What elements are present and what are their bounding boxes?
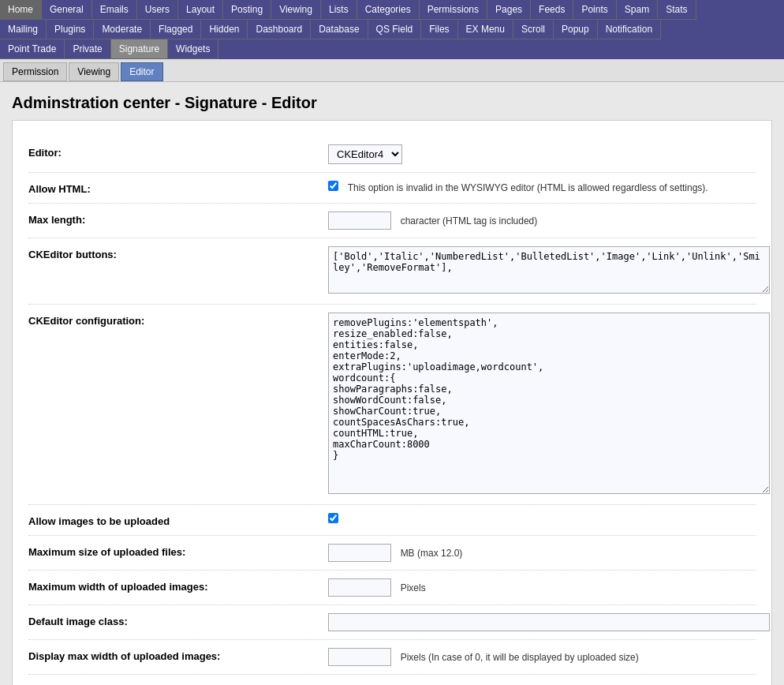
nav-item-popup[interactable]: Popup — [554, 20, 598, 39]
max-width-control: 600 Pixels — [328, 578, 756, 597]
nav-item-general[interactable]: General — [42, 0, 92, 20]
default-class-label: Default image class: — [28, 613, 328, 627]
nav-item-feeds[interactable]: Feeds — [531, 0, 573, 20]
button-row: Save Changes Reset to Defaults — [28, 675, 756, 685]
nav-item-lists[interactable]: Lists — [321, 0, 357, 20]
nav-item-files[interactable]: Files — [421, 20, 457, 39]
nav-item-emails[interactable]: Emails — [92, 0, 137, 20]
max-length-note: character (HTML tag is included) — [401, 215, 538, 226]
ckeditor-buttons-row: CKEditor buttons: ['Bold','Italic','Numb… — [28, 238, 756, 305]
allow-html-note: This option is invalid in the WYSIWYG ed… — [348, 182, 708, 193]
max-size-row: Maximum size of uploaded files: 0.5 MB (… — [28, 536, 756, 571]
allow-html-row: Allow HTML: This option is invalid in th… — [28, 173, 756, 204]
max-size-note: MB (max 12.0) — [401, 548, 463, 559]
max-length-label: Max length: — [28, 211, 328, 226]
ckeditor-config-row: CKEditor configuration: removePlugins:'e… — [28, 305, 756, 505]
nav-row-2: MailingPluginsModerateFlaggedHiddenDashb… — [0, 20, 784, 39]
content-box: Editor: CKEditor4 CKEditor5 Basic Allow … — [12, 120, 772, 685]
editor-row: Editor: CKEditor4 CKEditor5 Basic — [28, 137, 756, 173]
ckeditor-buttons-label: CKEditor buttons: — [28, 246, 328, 260]
nav-item-signature[interactable]: Signature — [111, 39, 168, 59]
nav-item-moderate[interactable]: Moderate — [94, 20, 151, 39]
sub-tab-nav: PermissionViewingEditor — [0, 59, 784, 82]
max-width-note: Pixels — [401, 582, 426, 593]
display-max-width-note: Pixels (In case of 0, it will be display… — [401, 652, 639, 663]
nav-item-spam[interactable]: Spam — [617, 0, 658, 20]
nav-item-ex-menu[interactable]: EX Menu — [458, 20, 513, 39]
default-class-control: responsive — [328, 613, 770, 631]
allow-images-control — [328, 513, 756, 526]
nav-item-plugins[interactable]: Plugins — [47, 20, 94, 39]
tab-permission[interactable]: Permission — [3, 62, 67, 81]
ckeditor-config-textarea[interactable]: removePlugins:'elementspath', resize_ena… — [328, 313, 770, 494]
default-class-row: Default image class: responsive — [28, 605, 756, 640]
editor-control: CKEditor4 CKEditor5 Basic — [328, 144, 756, 164]
page-title: Adminstration center - Signature - Edito… — [0, 82, 784, 120]
nav-item-posting[interactable]: Posting — [223, 0, 271, 20]
display-max-width-control: 600 Pixels (In case of 0, it will be dis… — [328, 648, 756, 666]
nav-item-flagged[interactable]: Flagged — [151, 20, 201, 39]
max-length-input[interactable]: 1000 — [328, 211, 391, 230]
nav-item-viewing[interactable]: Viewing — [271, 0, 321, 20]
allow-html-checkbox[interactable] — [328, 181, 338, 191]
allow-html-label: Allow HTML: — [28, 181, 328, 195]
max-length-control: 1000 character (HTML tag is included) — [328, 211, 756, 230]
nav-item-database[interactable]: Database — [311, 20, 368, 39]
allow-images-label: Allow images to be uploaded — [28, 513, 328, 527]
ckeditor-buttons-control: ['Bold','Italic','NumberedList','Bullete… — [328, 246, 770, 296]
default-class-input[interactable]: responsive — [328, 613, 770, 631]
editor-select[interactable]: CKEditor4 CKEditor5 Basic — [328, 144, 402, 164]
ckeditor-buttons-textarea[interactable]: ['Bold','Italic','NumberedList','Bullete… — [328, 246, 770, 294]
nav-item-points[interactable]: Points — [573, 0, 616, 20]
nav-item-private[interactable]: Private — [65, 39, 110, 59]
nav-item-point-trade[interactable]: Point Trade — [0, 39, 65, 59]
nav-item-notification[interactable]: Notification — [598, 20, 661, 39]
tab-nav: PermissionViewingEditor — [0, 59, 784, 82]
tab-viewing[interactable]: Viewing — [69, 62, 119, 81]
display-max-width-label: Display max width of uploaded images: — [28, 648, 328, 662]
nav-item-pages[interactable]: Pages — [487, 0, 531, 20]
main-nav: HomeGeneralEmailsUsersLayoutPostingViewi… — [0, 0, 784, 59]
max-size-input[interactable]: 0.5 — [328, 544, 391, 562]
max-width-label: Maximum width of uploaded images: — [28, 578, 328, 593]
nav-item-home[interactable]: Home — [0, 0, 42, 20]
nav-item-mailing[interactable]: Mailing — [0, 20, 47, 39]
max-size-label: Maximum size of uploaded files: — [28, 544, 328, 558]
max-width-row: Maximum width of uploaded images: 600 Pi… — [28, 571, 756, 605]
allow-images-row: Allow images to be uploaded — [28, 505, 756, 536]
nav-item-widgets[interactable]: Widgets — [168, 39, 218, 59]
tab-editor[interactable]: Editor — [121, 62, 162, 81]
ckeditor-config-label: CKEditor configuration: — [28, 313, 328, 327]
nav-item-hidden[interactable]: Hidden — [201, 20, 248, 39]
nav-row-3: Point TradePrivateSignatureWidgets — [0, 39, 784, 59]
nav-item-layout[interactable]: Layout — [178, 0, 223, 20]
editor-label: Editor: — [28, 144, 328, 159]
display-max-width-input[interactable]: 600 — [328, 648, 391, 666]
nav-item-stats[interactable]: Stats — [658, 0, 696, 20]
ckeditor-config-control: removePlugins:'elementspath', resize_ena… — [328, 313, 770, 496]
max-width-input[interactable]: 600 — [328, 578, 391, 597]
allow-html-control: This option is invalid in the WYSIWYG ed… — [328, 181, 756, 193]
nav-item-scroll[interactable]: Scroll — [513, 20, 554, 39]
nav-item-dashboard[interactable]: Dashboard — [248, 20, 311, 39]
display-max-width-row: Display max width of uploaded images: 60… — [28, 640, 756, 675]
allow-images-checkbox[interactable] — [328, 513, 338, 523]
nav-item-permissions[interactable]: Permissions — [420, 0, 487, 20]
nav-row-1: HomeGeneralEmailsUsersLayoutPostingViewi… — [0, 0, 784, 20]
max-length-row: Max length: 1000 character (HTML tag is … — [28, 204, 756, 238]
nav-item-categories[interactable]: Categories — [357, 0, 420, 20]
nav-item-qs-field[interactable]: QS Field — [368, 20, 422, 39]
nav-item-users[interactable]: Users — [137, 0, 178, 20]
max-size-control: 0.5 MB (max 12.0) — [328, 544, 756, 562]
